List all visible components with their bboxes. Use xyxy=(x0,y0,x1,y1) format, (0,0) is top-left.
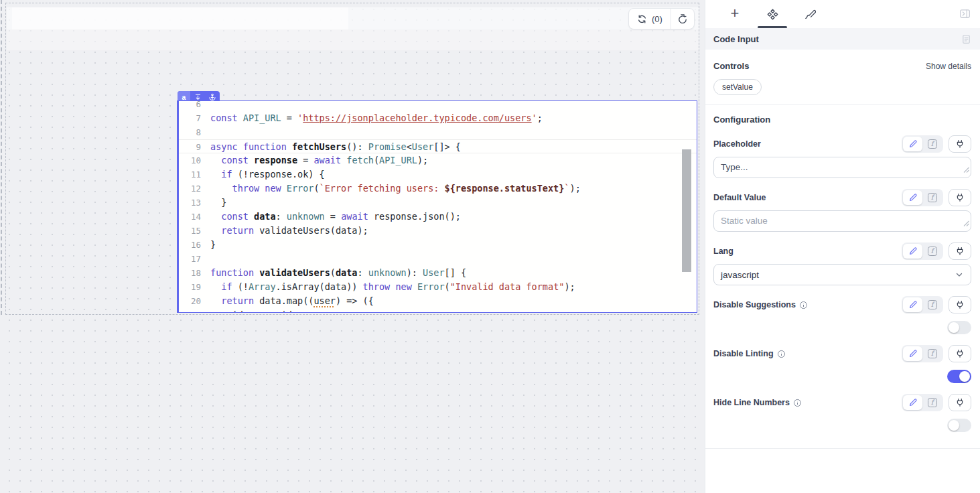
code-line-text: if (!Array.isArray(data)) throw new Erro… xyxy=(205,280,575,294)
line-number: 14 xyxy=(179,210,205,224)
refresh-button[interactable]: (0) xyxy=(629,9,671,29)
editor-mode-segment: f xyxy=(902,296,943,313)
section-divider xyxy=(705,448,980,449)
fx-expression-icon[interactable]: f xyxy=(922,297,942,312)
fx-expression-icon[interactable]: f xyxy=(922,190,942,205)
prop-placeholder: Placeholder f Type... xyxy=(713,135,971,178)
pencil-icon[interactable] xyxy=(903,244,922,259)
configuration-heading: Configuration xyxy=(713,115,770,125)
line-number: 8 xyxy=(179,125,205,139)
code-line: 17 xyxy=(179,252,697,266)
info-icon[interactable] xyxy=(777,350,786,358)
tab-insert[interactable]: + xyxy=(716,0,754,28)
placeholder-input[interactable]: Type... xyxy=(713,157,971,178)
collapse-panel-icon[interactable] xyxy=(959,8,971,22)
line-number: 17 xyxy=(179,252,205,266)
lang-select[interactable]: javascript xyxy=(713,264,971,285)
pencil-icon[interactable] xyxy=(903,346,922,361)
line-number: 7 xyxy=(179,111,205,125)
line-number: 9 xyxy=(179,140,205,153)
disable-linting-label: Disable Linting xyxy=(713,349,786,358)
placeholder-label: Placeholder xyxy=(713,139,761,149)
code-line: 15 return validateUsers(data); xyxy=(179,224,697,238)
code-line-text: return validateUsers(data); xyxy=(205,224,368,238)
hide-line-numbers-label: Hide Line Numbers xyxy=(713,398,802,407)
prop-lang: Lang f javascript xyxy=(713,242,971,285)
show-details-link[interactable]: Show details xyxy=(926,62,971,71)
code-lines[interactable]: 67const API_URL = 'https://jsonplacehold… xyxy=(179,100,697,313)
code-line-text: function validateUsers(data: unknown): U… xyxy=(205,266,466,280)
default-value-input[interactable] xyxy=(713,210,971,232)
connect-plug-icon[interactable] xyxy=(949,345,971,362)
code-line-text: throw new Error(`Error fetching users: $… xyxy=(205,182,581,196)
hide-line-numbers-toggle[interactable] xyxy=(947,419,971,432)
pencil-icon[interactable] xyxy=(903,137,922,151)
prop-disable-linting: Disable Linting f xyxy=(713,345,971,383)
docs-icon[interactable] xyxy=(961,34,971,44)
refresh-count: (0) xyxy=(652,14,662,24)
connect-plug-icon[interactable] xyxy=(949,394,971,411)
history-icon xyxy=(677,13,688,24)
code-line-text: async function fetchUsers(): Promise<Use… xyxy=(205,140,461,153)
line-number: 13 xyxy=(179,196,205,210)
connect-plug-icon[interactable] xyxy=(949,296,971,313)
lang-label: Lang xyxy=(713,246,733,256)
panel-tabs: + xyxy=(705,0,980,28)
code-line-text: const data: unknown = await response.jso… xyxy=(205,210,461,224)
chevron-down-icon xyxy=(955,270,964,279)
code-line: 9async function fetchUsers(): Promise<Us… xyxy=(179,139,697,153)
line-number: 10 xyxy=(179,153,205,167)
components-icon xyxy=(767,9,778,20)
line-number: 20 xyxy=(179,294,205,308)
code-line: 12 throw new Error(`Error fetching users… xyxy=(179,182,697,196)
properties-panel: + Code Input Controls Show details setVa… xyxy=(705,0,980,493)
refresh-icon xyxy=(637,14,647,24)
code-line: 11 if (!response.ok) { xyxy=(179,167,697,182)
fx-expression-icon[interactable]: f xyxy=(922,395,942,410)
line-number: 6 xyxy=(179,100,205,111)
connect-plug-icon[interactable] xyxy=(949,242,971,260)
tab-style[interactable] xyxy=(791,0,829,28)
plus-icon: + xyxy=(731,6,740,21)
line-number: 18 xyxy=(179,266,205,280)
code-scrollbar-thumb[interactable] xyxy=(682,149,691,272)
code-line: 21 id: user.id, xyxy=(179,308,697,313)
editor-canvas[interactable]: (0) a 67const API_URL = 'https://jsonpla… xyxy=(0,0,705,493)
pencil-icon[interactable] xyxy=(903,297,922,312)
code-line: 13 } xyxy=(179,196,697,210)
pencil-icon[interactable] xyxy=(903,395,922,410)
code-line-text: } xyxy=(205,196,226,210)
prop-default-value: Default Value f xyxy=(713,189,971,232)
line-number: 11 xyxy=(179,167,205,182)
editor-mode-segment: f xyxy=(902,135,943,153)
fx-expression-icon[interactable]: f xyxy=(922,137,942,151)
code-line: 6 xyxy=(179,100,697,111)
line-number: 15 xyxy=(179,224,205,238)
tab-components[interactable] xyxy=(754,0,791,28)
info-icon[interactable] xyxy=(799,301,808,309)
line-number: 16 xyxy=(179,238,205,252)
lang-select-value: javascript xyxy=(721,270,759,280)
info-icon[interactable] xyxy=(793,399,802,407)
code-line-text: const response = await fetch(API_URL); xyxy=(205,153,428,167)
code-input-widget[interactable]: 67const API_URL = 'https://jsonplacehold… xyxy=(177,100,697,313)
editor-mode-segment: f xyxy=(902,345,943,362)
controls-heading: Controls xyxy=(713,61,749,71)
setvalue-method-chip[interactable]: setValue xyxy=(713,79,762,95)
fx-expression-icon[interactable]: f xyxy=(922,244,942,259)
disable-suggestions-toggle[interactable] xyxy=(947,321,971,334)
line-number: 12 xyxy=(179,182,205,196)
disable-linting-toggle[interactable] xyxy=(947,370,971,383)
code-line: 14 const data: unknown = await response.… xyxy=(179,210,697,224)
fx-expression-icon[interactable]: f xyxy=(922,346,942,361)
connect-plug-icon[interactable] xyxy=(949,189,971,206)
code-line-text: const API_URL = 'https://jsonplaceholder… xyxy=(205,111,543,125)
connect-plug-icon[interactable] xyxy=(949,135,971,153)
panel-body: Controls Show details setValue Configura… xyxy=(705,50,980,493)
code-line: 20 return data.map((user) => ({ xyxy=(179,294,697,308)
line-number: 21 xyxy=(179,308,205,313)
history-button[interactable] xyxy=(671,9,694,29)
default-value-label: Default Value xyxy=(713,193,766,202)
editor-mode-segment: f xyxy=(902,394,943,411)
pencil-icon[interactable] xyxy=(903,190,922,205)
